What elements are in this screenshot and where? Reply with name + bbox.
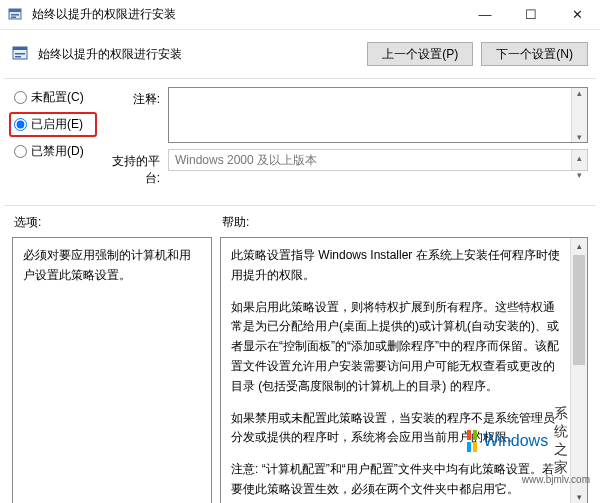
radio-not-configured[interactable]: 未配置(C) — [14, 89, 92, 106]
policy-title: 始终以提升的权限进行安装 — [38, 46, 367, 63]
policy-icon — [12, 45, 30, 63]
options-pane: 必须对要应用强制的计算机和用户设置此策略设置。 — [12, 237, 212, 503]
radio-not-configured-label: 未配置(C) — [31, 89, 84, 106]
window-controls: — ☐ ✕ — [462, 0, 600, 29]
svg-rect-6 — [15, 53, 25, 55]
help-label: 帮助: — [222, 214, 586, 231]
previous-setting-button[interactable]: 上一个设置(P) — [367, 42, 473, 66]
maximize-button[interactable]: ☐ — [508, 0, 554, 29]
watermark-brand: Windows — [483, 432, 548, 450]
options-label: 选项: — [14, 214, 222, 231]
help-paragraph: 如果启用此策略设置，则将特权扩展到所有程序。这些特权通常是为已分配给用户(桌面上… — [231, 298, 565, 397]
platform-value: Windows 2000 及以上版本 — [175, 153, 317, 167]
svg-rect-1 — [9, 9, 21, 12]
radio-disabled[interactable]: 已禁用(D) — [14, 143, 92, 160]
scroll-down-icon[interactable]: ▾ — [571, 489, 587, 503]
comment-textarea[interactable]: ▴▾ — [168, 87, 588, 143]
platform-label: 支持的平台: — [104, 149, 160, 187]
radio-not-configured-input[interactable] — [14, 91, 27, 104]
close-button[interactable]: ✕ — [554, 0, 600, 29]
divider — [4, 205, 596, 206]
scroll-up-icon[interactable]: ▴ — [571, 238, 587, 255]
radio-disabled-input[interactable] — [14, 145, 27, 158]
radio-enabled[interactable]: 已启用(E) — [14, 116, 92, 133]
svg-rect-7 — [15, 56, 21, 58]
options-text: 必须对要应用强制的计算机和用户设置此策略设置。 — [23, 246, 201, 286]
scrollbar-vertical[interactable]: ▴▾ — [571, 88, 587, 142]
scroll-thumb[interactable] — [573, 255, 585, 365]
radio-enabled-label: 已启用(E) — [31, 116, 83, 133]
watermark: Windows 系统之家 www.bjmlv.com — [522, 472, 590, 485]
minimize-button[interactable]: — — [462, 0, 508, 29]
watermark-suffix: 系统之家 — [554, 405, 580, 477]
svg-rect-3 — [11, 16, 16, 18]
svg-rect-5 — [13, 47, 27, 50]
comment-label: 注释: — [104, 87, 160, 108]
app-icon — [8, 7, 24, 23]
radio-enabled-input[interactable] — [14, 118, 27, 131]
supported-platform-box: Windows 2000 及以上版本 ▴▾ — [168, 149, 588, 171]
radio-disabled-label: 已禁用(D) — [31, 143, 84, 160]
scrollbar-vertical[interactable]: ▴▾ — [571, 150, 587, 170]
window-title: 始终以提升的权限进行安装 — [32, 6, 462, 23]
next-setting-button[interactable]: 下一个设置(N) — [481, 42, 588, 66]
windows-logo-icon — [467, 430, 477, 452]
help-paragraph: 此策略设置指导 Windows Installer 在系统上安装任何程序时使用提… — [231, 246, 565, 286]
svg-rect-2 — [11, 14, 19, 16]
